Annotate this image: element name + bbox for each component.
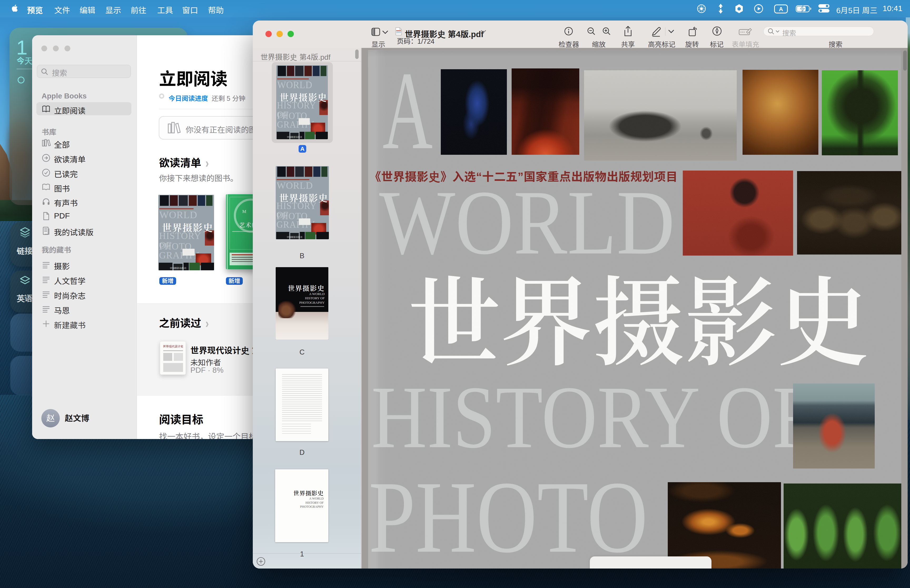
svg-text:A: A (779, 6, 783, 12)
